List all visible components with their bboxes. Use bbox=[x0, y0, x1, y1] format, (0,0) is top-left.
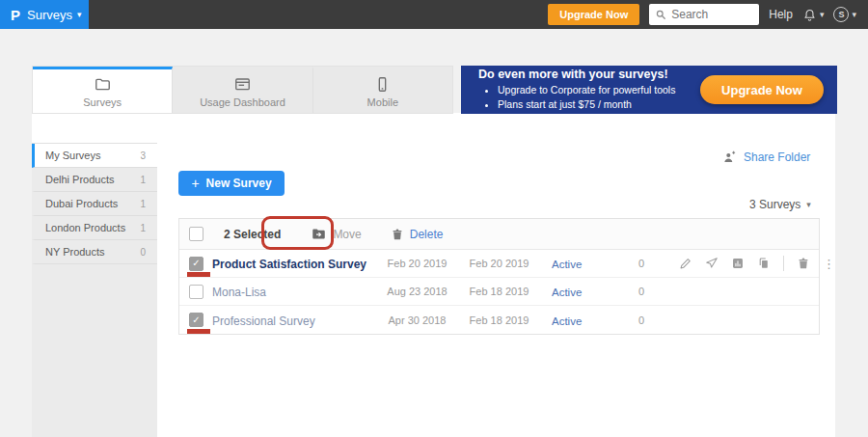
search-input[interactable] bbox=[671, 8, 748, 21]
created-date: Feb 20 2019 bbox=[376, 258, 458, 269]
view-tabs: Surveys Usage Dashboard Mobile bbox=[32, 66, 453, 114]
banner-bullet-text: Upgrade to Corporate for powerful tools bbox=[498, 84, 675, 96]
chevron-down-icon: ▾ bbox=[77, 11, 82, 19]
check-icon: ✓ bbox=[192, 259, 200, 268]
share-folder-link[interactable]: Share Folder bbox=[721, 150, 810, 165]
modified-date: Feb 18 2019 bbox=[458, 314, 540, 326]
responses-count: 0 bbox=[617, 314, 665, 326]
dashboard-icon bbox=[233, 75, 252, 94]
chevron-down-icon: ▾ bbox=[852, 11, 856, 19]
topbar: P Surveys ▾ Upgrade Now Help ▾ S ▾ bbox=[0, 0, 868, 29]
sidebar-item-london-products[interactable]: London Products 1 bbox=[32, 216, 157, 240]
status-link[interactable]: Active bbox=[552, 315, 582, 327]
tab-label: Surveys bbox=[83, 96, 122, 108]
responses-count: 0 bbox=[617, 286, 665, 297]
check-icon: ✓ bbox=[192, 315, 200, 325]
edit-pencil-icon[interactable] bbox=[679, 257, 692, 270]
created-date: Apr 30 2018 bbox=[376, 314, 458, 326]
folder-count: 0 bbox=[140, 247, 146, 258]
new-survey-button[interactable]: + New Survey bbox=[178, 171, 285, 196]
topbar-right: Upgrade Now Help ▾ S ▾ bbox=[548, 4, 868, 25]
tab-surveys[interactable]: Surveys bbox=[33, 67, 173, 113]
search-box[interactable] bbox=[649, 4, 759, 25]
survey-row-2: Mona-Lisa Aug 23 2018 Feb 18 2019 Active… bbox=[179, 278, 819, 306]
trash-icon[interactable] bbox=[797, 257, 810, 270]
chevron-down-icon: ▾ bbox=[820, 11, 825, 19]
trash-icon bbox=[391, 228, 404, 241]
sidebar-item-ny-products[interactable]: NY Products 0 bbox=[32, 240, 157, 264]
banner-bullet: Plans start at just $75 / month bbox=[498, 97, 675, 112]
sidebar-item-delhi-products[interactable]: Delhi Products 1 bbox=[32, 168, 157, 192]
status-cell: Active bbox=[540, 255, 617, 272]
survey-row-3: ✓ Professional Survey Apr 30 2018 Feb 18… bbox=[179, 306, 819, 334]
sidebar-item-my-surveys[interactable]: My Surveys 3 bbox=[32, 144, 157, 168]
folder-icon bbox=[94, 75, 112, 94]
folder-label: Dubai Products bbox=[45, 198, 118, 209]
modified-date: Feb 18 2019 bbox=[458, 286, 540, 297]
select-all-checkbox[interactable] bbox=[189, 227, 203, 241]
app-menu[interactable]: Surveys ▾ bbox=[27, 8, 82, 22]
annotation-underline bbox=[187, 329, 210, 334]
row-checkbox-cell: ✓ bbox=[179, 250, 212, 277]
annotation-underline bbox=[187, 272, 210, 277]
status-cell: Active bbox=[540, 312, 617, 329]
surveys-count-dropdown[interactable]: 3 Surveys ▾ bbox=[749, 198, 811, 211]
avatar: S bbox=[833, 7, 849, 22]
survey-title-link[interactable]: Product Satisfaction Survey bbox=[212, 258, 366, 271]
row-checkbox-checked[interactable]: ✓ bbox=[189, 257, 203, 271]
banner-bullet: Upgrade to Corporate for powerful tools bbox=[498, 83, 675, 97]
table-toolbar: 2 Selected Move Delete bbox=[179, 219, 819, 250]
send-plane-icon[interactable] bbox=[705, 257, 719, 270]
created-date: Aug 23 2018 bbox=[376, 286, 458, 297]
row-checkbox-cell bbox=[179, 278, 212, 305]
survey-title-cell: Mona-Lisa bbox=[212, 283, 376, 300]
more-options-icon[interactable]: ⋮ bbox=[823, 257, 835, 271]
banner-bullet-text: Plans start at just $75 / month bbox=[498, 98, 632, 110]
share-person-plus-icon bbox=[721, 150, 737, 165]
mobile-icon bbox=[373, 75, 392, 94]
status-link[interactable]: Active bbox=[552, 287, 582, 298]
status-link[interactable]: Active bbox=[552, 259, 582, 270]
tab-label: Mobile bbox=[367, 96, 398, 108]
folder-label: NY Products bbox=[45, 246, 105, 258]
app-menu-label: Surveys bbox=[27, 8, 72, 22]
folder-label: London Products bbox=[45, 222, 125, 233]
banner-text: Do even more with your surveys! Upgrade … bbox=[478, 68, 675, 111]
folder-count: 1 bbox=[140, 175, 146, 185]
plus-icon: + bbox=[191, 176, 199, 191]
row-checkbox-unchecked[interactable] bbox=[189, 285, 203, 299]
sidebar-item-dubai-products[interactable]: Dubai Products 1 bbox=[32, 192, 157, 216]
banner-upgrade-now-button[interactable]: Upgrade Now bbox=[700, 75, 824, 104]
surveys-table: 2 Selected Move Delete ✓ Product Satisfa… bbox=[178, 218, 820, 335]
row-actions: ⋮ bbox=[665, 256, 835, 271]
status-cell: Active bbox=[540, 283, 617, 300]
folders-sidebar: My Surveys 3 Delhi Products 1 Dubai Prod… bbox=[32, 143, 157, 437]
notifications-button[interactable]: ▾ bbox=[802, 8, 825, 22]
help-link[interactable]: Help bbox=[769, 8, 793, 21]
upgrade-now-button[interactable]: Upgrade Now bbox=[548, 4, 639, 25]
move-button[interactable]: Move bbox=[312, 227, 361, 241]
tab-label: Usage Dashboard bbox=[200, 96, 285, 108]
tab-usage-dashboard[interactable]: Usage Dashboard bbox=[173, 67, 312, 113]
account-menu[interactable]: S ▾ bbox=[833, 7, 856, 22]
responses-count: 0 bbox=[617, 258, 665, 269]
reports-chart-icon[interactable] bbox=[731, 257, 745, 270]
move-label: Move bbox=[333, 228, 361, 241]
survey-title-link[interactable]: Professional Survey bbox=[212, 314, 315, 328]
modified-date: Feb 20 2019 bbox=[458, 258, 540, 269]
delete-label: Delete bbox=[410, 228, 444, 241]
selected-count-label: 2 Selected bbox=[224, 228, 281, 241]
tab-mobile[interactable]: Mobile bbox=[313, 67, 452, 113]
promo-banner: Do even more with your surveys! Upgrade … bbox=[461, 66, 837, 114]
row-checkbox-checked[interactable]: ✓ bbox=[189, 313, 203, 327]
survey-title-cell: Product Satisfaction Survey bbox=[212, 255, 376, 272]
share-folder-label: Share Folder bbox=[744, 150, 810, 164]
delete-button[interactable]: Delete bbox=[391, 228, 444, 241]
new-survey-label: New Survey bbox=[206, 177, 272, 190]
survey-title-link[interactable]: Mona-Lisa bbox=[212, 286, 266, 299]
move-folder-icon bbox=[312, 227, 326, 241]
copy-icon[interactable] bbox=[757, 257, 771, 270]
banner-title: Do even more with your surveys! bbox=[478, 68, 675, 81]
app-switcher[interactable]: P Surveys ▾ bbox=[0, 0, 89, 29]
divider bbox=[783, 256, 784, 271]
